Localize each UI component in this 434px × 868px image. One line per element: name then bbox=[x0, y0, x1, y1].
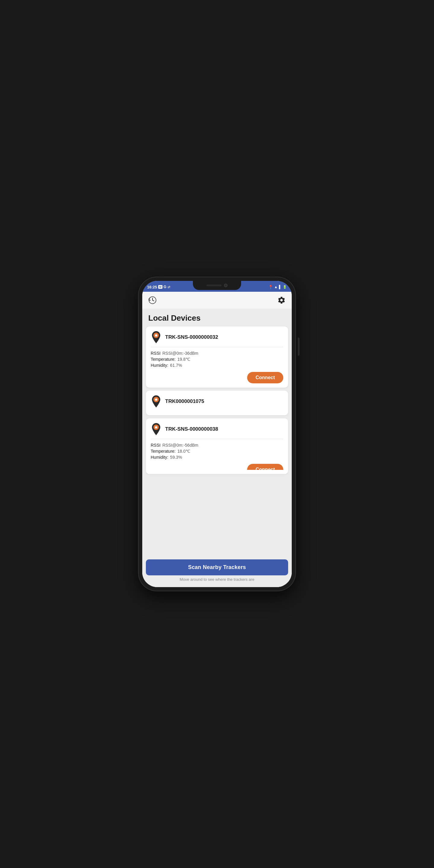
device-header-2: TRK0000001075 bbox=[151, 395, 283, 408]
status-left: 16:25 M G ⇄ bbox=[147, 285, 170, 289]
rssi-value-1: RSSI@0m:-36dBm bbox=[162, 351, 198, 355]
location-icon: 📍 bbox=[268, 285, 273, 289]
rssi-value-3: RSSI@0m:-56dBm bbox=[162, 443, 198, 447]
scan-nearby-trackers-button[interactable]: Scan Nearby Trackers bbox=[146, 559, 288, 575]
phone-screen: 16:25 M G ⇄ 📍 ▲ ▌ 🔋 bbox=[142, 281, 292, 587]
signal-icon: ▌ bbox=[279, 285, 281, 289]
humidity-row-1: Humidity: 61.7% bbox=[151, 363, 283, 368]
wifi-icon: ▲ bbox=[274, 285, 278, 289]
temp-value-3: 18.0℃ bbox=[177, 449, 190, 454]
device-info-1: RSSI RSSI@0m:-36dBm Temperature: 19.8℃ H… bbox=[151, 350, 283, 369]
page-title: Local Devices bbox=[142, 309, 292, 327]
humidity-value-1: 61.7% bbox=[170, 363, 182, 368]
device-card-2: TRK0000001075 bbox=[146, 391, 288, 415]
tracker-pin-icon-1 bbox=[151, 331, 161, 344]
tracker-pin-icon-3 bbox=[151, 423, 161, 436]
connect-button-3-partial[interactable]: Connect bbox=[247, 464, 283, 470]
status-right: 📍 ▲ ▌ 🔋 bbox=[268, 285, 287, 289]
rssi-row-3: RSSI RSSI@0m:-56dBm bbox=[151, 443, 283, 447]
hint-text: Move around to see where the trackers ar… bbox=[146, 575, 288, 585]
camera bbox=[224, 284, 227, 287]
device-name-2: TRK0000001075 bbox=[165, 398, 204, 404]
humidity-label-1: Humidity: bbox=[151, 363, 168, 368]
tracker-pin-icon-2 bbox=[151, 395, 161, 408]
side-button bbox=[298, 338, 300, 355]
temp-label-3: Temperature: bbox=[151, 449, 176, 454]
notch bbox=[193, 281, 241, 290]
history-icon bbox=[148, 296, 157, 304]
rssi-label-1: RSSI bbox=[151, 351, 161, 355]
device-card-3: TRK-SNS-0000000038 RSSI RSSI@0m:-56dBm T… bbox=[146, 418, 288, 474]
temp-row-3: Temperature: 18.0℃ bbox=[151, 449, 283, 454]
status-time: 16:25 bbox=[147, 285, 157, 289]
connect-button-1[interactable]: Connect bbox=[247, 372, 283, 383]
connectivity-icon: ⇄ bbox=[167, 285, 170, 289]
history-button[interactable] bbox=[147, 295, 158, 306]
device-header-1: TRK-SNS-0000000032 bbox=[151, 331, 283, 344]
humidity-value-3: 59.3% bbox=[170, 455, 182, 460]
rssi-label-3: RSSI bbox=[151, 443, 161, 447]
app-toolbar bbox=[142, 292, 292, 309]
divider-3 bbox=[151, 439, 283, 439]
battery-icon: 🔋 bbox=[283, 285, 287, 289]
rssi-row-1: RSSI RSSI@0m:-36dBm bbox=[151, 351, 283, 355]
device-name-3: TRK-SNS-0000000038 bbox=[165, 426, 218, 432]
humidity-row-3: Humidity: 59.3% bbox=[151, 455, 283, 460]
device-info-3: RSSI RSSI@0m:-56dBm Temperature: 18.0℃ H… bbox=[151, 441, 283, 461]
devices-list: TRK-SNS-0000000032 RSSI RSSI@0m:-36dBm T… bbox=[142, 327, 292, 556]
temp-row-1: Temperature: 19.8℃ bbox=[151, 357, 283, 362]
settings-button[interactable] bbox=[276, 295, 287, 306]
device-name-1: TRK-SNS-0000000032 bbox=[165, 334, 218, 340]
scan-section: Scan Nearby Trackers Move around to see … bbox=[142, 556, 292, 587]
device-card-1: TRK-SNS-0000000032 RSSI RSSI@0m:-36dBm T… bbox=[146, 327, 288, 388]
gear-icon bbox=[277, 296, 286, 304]
device-header-3: TRK-SNS-0000000038 bbox=[151, 423, 283, 436]
google-icon: G bbox=[164, 285, 166, 289]
main-content: Local Devices TRK-SNS-0000000032 bbox=[142, 309, 292, 587]
speaker bbox=[207, 284, 221, 286]
temp-value-1: 19.8℃ bbox=[177, 357, 190, 362]
gmail-icon: M bbox=[158, 285, 162, 289]
phone-frame: 16:25 M G ⇄ 📍 ▲ ▌ 🔋 bbox=[138, 277, 296, 591]
humidity-label-3: Humidity: bbox=[151, 455, 168, 460]
temp-label-1: Temperature: bbox=[151, 357, 176, 362]
